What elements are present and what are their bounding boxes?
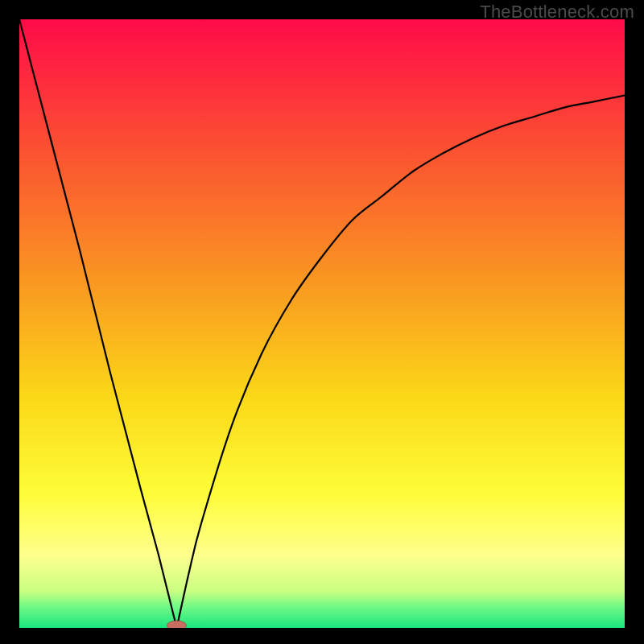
plot-area	[19, 19, 625, 628]
chart-frame: TheBottleneck.com	[0, 0, 644, 644]
bottleneck-chart	[19, 19, 625, 628]
gradient-plane	[19, 19, 625, 628]
watermark-label: TheBottleneck.com	[480, 2, 634, 23]
